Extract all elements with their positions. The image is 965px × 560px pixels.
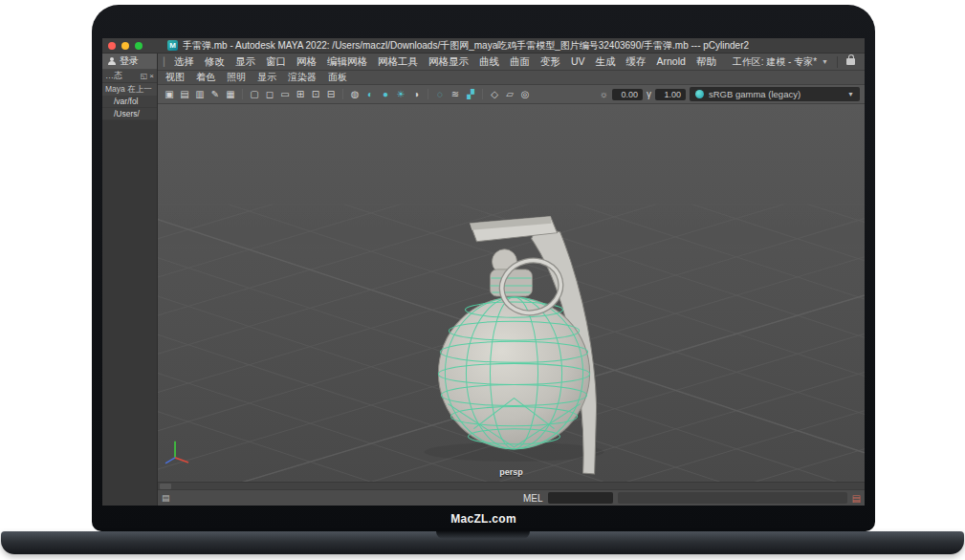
brand-label: MacZL.com [450,512,516,526]
maya-window: M 手雷弹.mb - Autodesk MAYA 2022: /Users/ma… [102,38,865,506]
login-label: 登录 [120,54,139,68]
field-chart-icon[interactable]: ⊞ [294,89,307,99]
safe-action-icon[interactable]: ⊡ [309,89,322,99]
wireframe-on-shaded-icon[interactable]: ◍ [348,89,362,99]
menu-item[interactable]: 曲面 [510,55,530,69]
workspace-selector[interactable]: 工作区: 建模 - 专家* ▼ [729,55,832,69]
menu-item[interactable]: 曲线 [479,55,499,69]
page: M 手雷弹.mb - Autodesk MAYA 2022: /Users/ma… [0,0,965,560]
axis-gizmo [165,442,188,463]
gate-mask-icon[interactable]: ▭ [278,89,292,99]
window-titlebar: M 手雷弹.mb - Autodesk MAYA 2022: /Users/ma… [102,38,865,54]
menu-item[interactable]: Arnold [657,55,686,69]
menu-item[interactable]: 编辑网格 [327,55,367,69]
viewport-panel[interactable]: persp [158,104,865,482]
laptop-notch [436,531,530,539]
use-all-lights-icon[interactable]: ☀ [394,89,407,99]
mel-input[interactable] [548,492,613,504]
exposure-icon[interactable]: ☼ [600,89,608,99]
grenade-body [438,297,589,449]
colorspace-dropdown[interactable]: sRGB gamma (legacy) ▼ [690,87,860,101]
gamma-field[interactable]: 1.00 [655,89,686,100]
menu-item[interactable]: UV [571,55,585,69]
range-slider-strip[interactable] [158,482,865,489]
shadows-icon[interactable]: ◑ [409,89,423,99]
login-button[interactable]: 登录 [102,54,157,70]
textured-display-icon[interactable]: ● [379,89,392,99]
viewport-toolbar-icons: ▣ ▤ ▥ ✎ ▦ ▢ [163,89,532,99]
menu-item[interactable]: 修改 [205,55,225,69]
script-editor-icon[interactable]: ▤ [852,493,861,504]
film-gate-icon[interactable]: ▢ [248,89,261,99]
workspace-label: 工作区: 建模 - 专家* [733,55,817,69]
panel-menu-item[interactable]: 面板 [322,71,353,84]
main-menubar: ▏ 选择 修改 显示 窗口 网格 [158,54,865,71]
viewport-canvas[interactable] [158,104,865,482]
grease-pencil-icon[interactable]: ✎ [208,89,222,99]
bookmarks-icon[interactable]: ▤ [178,89,191,99]
mel-label[interactable]: MEL [523,493,543,504]
menu-item[interactable]: 显示 [235,55,255,69]
isolate-select-icon[interactable]: ◇ [488,89,501,99]
anti-aliasing-icon[interactable]: ▞ [464,89,477,99]
exposure-field[interactable]: 0.00 [612,89,643,100]
close-window-button[interactable] [108,42,116,50]
toolbar-separator[interactable] [482,89,483,99]
menu-item[interactable]: 变形 [540,55,560,69]
menu-item[interactable]: 窗口 [266,55,286,69]
toolbar-separator[interactable] [342,89,343,99]
menubar-separator [837,56,838,68]
zoom-window-button[interactable] [135,42,143,50]
float-panel-icon[interactable]: ◱ [141,72,148,80]
chevron-down-icon: ▼ [822,58,828,65]
chevron-down-icon: ▼ [847,91,854,97]
shaded-display-icon[interactable]: ◐ [363,89,377,99]
xray-icon[interactable]: ▱ [503,89,516,99]
laptop-chin: MacZL.com [92,506,875,531]
menu-item[interactable]: 生成 [596,55,616,69]
sidebar-path-item[interactable]: /Users/ [102,108,157,120]
panel-menu-item[interactable]: 渲染器 [282,71,322,84]
camera-attributes-icon[interactable]: ▣ [163,89,176,99]
close-icon[interactable]: × [149,72,154,80]
menu-grip-icon: ▏ [164,57,170,67]
lock-icon[interactable] [846,58,855,65]
motion-blur-icon[interactable]: ≋ [449,89,462,99]
panel-menu-item[interactable]: 显示 [252,71,282,84]
laptop-base [1,531,964,554]
mel-output[interactable] [618,492,847,504]
minimize-window-button[interactable] [121,42,129,50]
toolbar-separator[interactable] [428,89,428,99]
range-handle[interactable] [160,484,171,489]
safe-title-icon[interactable]: ⊟ [324,89,338,99]
menu-item[interactable]: 选择 [174,55,194,69]
sidebar-tab-strip: …态 ◱ × [102,70,157,83]
camera-label: persp [499,467,523,477]
menu-item[interactable]: 网格 [296,55,317,69]
sidebar-status-note: Maya 在上一 [102,83,157,96]
grenade-model [424,217,603,474]
grid-toggle-icon[interactable]: ▦ [224,89,237,99]
panel-menu-item[interactable]: 视图 [160,71,190,84]
menu-item[interactable]: 帮助 [696,55,716,69]
resolution-gate-icon[interactable]: ◻ [263,89,276,99]
panel-menu-item[interactable]: 照明 [221,71,252,84]
toolbar-separator[interactable] [242,89,243,99]
sidebar-tab[interactable]: …态 [105,70,122,82]
menu-item[interactable]: 网格工具 [378,55,418,69]
menu-item[interactable]: 网格显示 [428,55,469,69]
menu-item[interactable]: 缓存 [626,55,647,69]
sidebar-path-item[interactable]: /var/fol [102,96,157,108]
menu-list: 选择 修改 显示 窗口 网格 编辑网格 [174,55,716,69]
ambient-occlusion-icon[interactable]: ◌ [433,89,447,99]
panel-menu-item[interactable]: 着色 [190,71,221,84]
window-controls [108,42,143,50]
window-title: 手雷弹.mb - Autodesk MAYA 2022: /Users/macz… [183,39,749,53]
image-plane-icon[interactable]: ▥ [193,89,207,99]
person-icon [108,57,116,65]
colorspace-label: sRGB gamma (legacy) [709,89,801,99]
panel-menubar: 视图 着色 照明 显示 渲染器 面板 [158,71,865,85]
gamma-icon[interactable]: γ [647,89,651,99]
depth-of-field-icon[interactable]: ◎ [518,89,532,99]
grid-layout-icon[interactable]: ▤ [162,493,170,503]
